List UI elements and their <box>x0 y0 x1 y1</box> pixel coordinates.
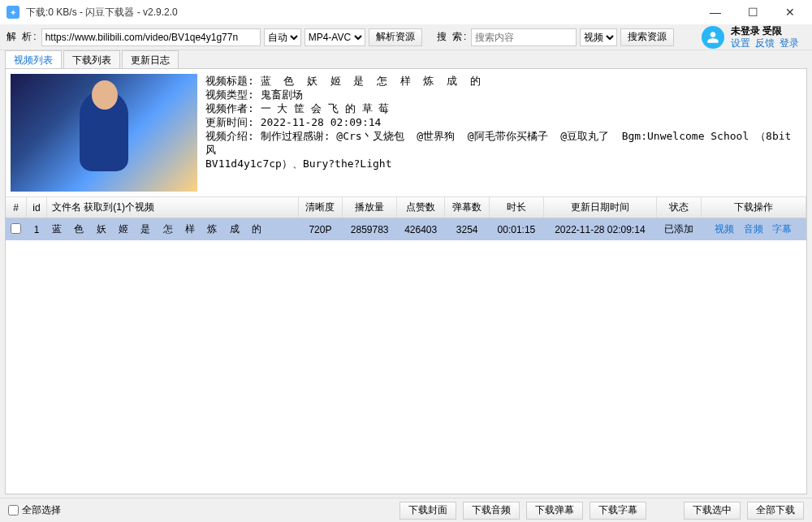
cell-updated: 2022-11-28 02:09:14 <box>543 218 656 241</box>
download-sub-button[interactable]: 下载字幕 <box>590 502 646 520</box>
col-likes[interactable]: 点赞数 <box>397 197 445 218</box>
table-header-row: # id 文件名 获取到(1)个视频 清晰度 播放量 点赞数 弹幕数 时长 更新… <box>6 197 806 218</box>
tab-changelog[interactable]: 更新日志 <box>122 50 179 68</box>
parse-label: 解 析: <box>6 30 38 44</box>
table-body: 1 蓝 色 妖 姬 是 怎 样 炼 成 的 720P 2859783 42640… <box>6 218 806 241</box>
video-table: # id 文件名 获取到(1)个视频 清晰度 播放量 点赞数 弹幕数 时长 更新… <box>6 197 806 240</box>
footer: 全部选择 下载封面 下载音频 下载弹幕 下载字幕 下载选中 全部下载 <box>0 498 812 522</box>
content-area: 视频标题: 蓝 色 妖 姬 是 怎 样 炼 成 的 视频类型: 鬼畜剧场 视频作… <box>5 68 807 494</box>
tab-video-list[interactable]: 视频列表 <box>5 50 62 68</box>
cell-status: 已添加 <box>656 218 701 241</box>
cell-ops: 视频 音频 字幕 <box>701 218 806 241</box>
table-wrap: # id 文件名 获取到(1)个视频 清晰度 播放量 点赞数 弹幕数 时长 更新… <box>6 197 806 494</box>
tabs: 视频列表 下载列表 更新日志 <box>0 50 812 68</box>
settings-link[interactable]: 设置 <box>731 37 750 50</box>
op-audio-link[interactable]: 音频 <box>744 223 763 235</box>
user-area: 未登录 受限 设置 反馈 登录 <box>702 25 806 50</box>
cell-quality: 720P <box>298 218 343 241</box>
select-all-checkbox[interactable] <box>8 505 19 516</box>
video-meta: 视频标题: 蓝 色 妖 姬 是 怎 样 炼 成 的 视频类型: 鬼畜剧场 视频作… <box>205 74 801 192</box>
cell-id: 1 <box>27 218 47 241</box>
url-input[interactable] <box>41 28 261 46</box>
download-audio-button[interactable]: 下载音频 <box>463 502 520 520</box>
avatar[interactable] <box>702 26 724 49</box>
auto-select[interactable]: 自动 <box>264 28 301 46</box>
cell-duration: 00:01:15 <box>490 218 544 241</box>
col-filename[interactable]: 文件名 获取到(1)个视频 <box>46 197 298 218</box>
parse-button[interactable]: 解析资源 <box>369 28 422 46</box>
col-plays[interactable]: 播放量 <box>343 197 397 218</box>
col-updated[interactable]: 更新日期时间 <box>543 197 656 218</box>
window-title: 下载:0 KB/s - 闪豆下载器 - v2.9.2.0 <box>26 6 697 19</box>
tab-download-list[interactable]: 下载列表 <box>63 50 120 68</box>
col-ops[interactable]: 下载操作 <box>701 197 806 218</box>
op-video-link[interactable]: 视频 <box>715 223 734 235</box>
col-danmu[interactable]: 弹幕数 <box>445 197 490 218</box>
info-panel: 视频标题: 蓝 色 妖 姬 是 怎 样 炼 成 的 视频类型: 鬼畜剧场 视频作… <box>6 69 806 197</box>
minimize-button[interactable]: — <box>697 0 734 24</box>
video-thumbnail <box>11 74 197 192</box>
title-bar: ✦ 下载:0 KB/s - 闪豆下载器 - v2.9.2.0 — ☐ ✕ <box>0 0 812 24</box>
col-check[interactable]: # <box>6 197 27 218</box>
cell-plays: 2859783 <box>343 218 397 241</box>
row-checkbox[interactable] <box>11 223 21 234</box>
col-id[interactable]: id <box>27 197 47 218</box>
op-sub-link[interactable]: 字幕 <box>772 223 792 235</box>
table-row[interactable]: 1 蓝 色 妖 姬 是 怎 样 炼 成 的 720P 2859783 42640… <box>6 218 806 241</box>
cell-likes: 426403 <box>397 218 445 241</box>
search-type-select[interactable]: 视频 <box>580 28 617 46</box>
maximize-button[interactable]: ☐ <box>734 0 771 24</box>
feedback-link[interactable]: 反馈 <box>755 37 775 50</box>
download-selected-button[interactable]: 下载选中 <box>684 502 741 520</box>
search-label: 搜 索: <box>437 30 469 44</box>
login-link[interactable]: 登录 <box>780 37 799 50</box>
login-status: 未登录 受限 <box>731 25 799 37</box>
search-button[interactable]: 搜索资源 <box>620 28 674 46</box>
download-cover-button[interactable]: 下载封面 <box>400 502 456 520</box>
col-quality[interactable]: 清晰度 <box>298 197 343 218</box>
download-danmu-button[interactable]: 下载弹幕 <box>526 502 583 520</box>
format-select[interactable]: MP4-AVC <box>304 28 365 46</box>
col-status[interactable]: 状态 <box>656 197 701 218</box>
window-controls: — ☐ ✕ <box>697 0 809 24</box>
col-duration[interactable]: 时长 <box>490 197 544 218</box>
select-all-label[interactable]: 全部选择 <box>8 503 61 517</box>
cell-danmu: 3254 <box>445 218 490 241</box>
search-input[interactable] <box>471 28 577 46</box>
close-button[interactable]: ✕ <box>771 0 809 24</box>
download-all-button[interactable]: 全部下载 <box>747 502 804 520</box>
app-icon: ✦ <box>6 6 19 19</box>
toolbar: 解 析: 自动 MP4-AVC 解析资源 搜 索: 视频 搜索资源 未登录 受限… <box>0 24 812 50</box>
cell-filename: 蓝 色 妖 姬 是 怎 样 炼 成 的 <box>46 218 298 241</box>
user-icon <box>706 31 719 44</box>
